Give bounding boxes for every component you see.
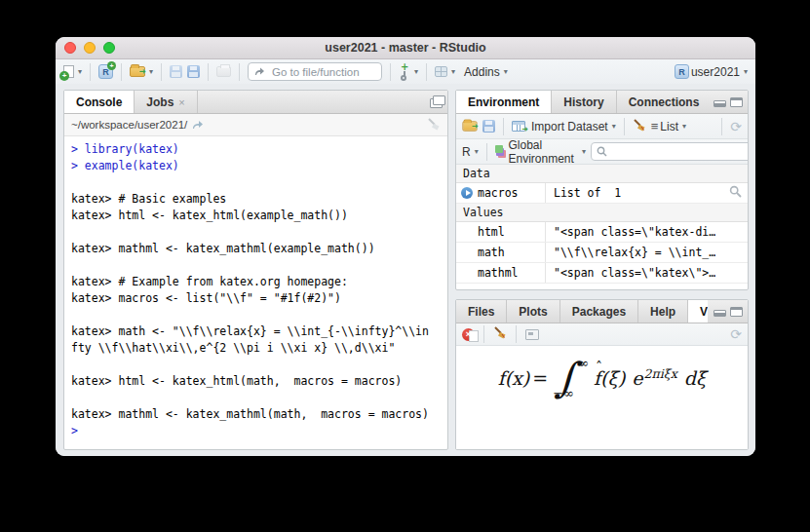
workspace: Console Jobs × ~/workspace/user2021/ bbox=[56, 84, 755, 456]
import-dataset-label: Import Dataset bbox=[531, 120, 608, 133]
tab-jobs[interactable]: Jobs × bbox=[135, 91, 197, 113]
env-row-html[interactable]: html"<span class=\"katex-di… bbox=[456, 222, 748, 243]
viewer-content: f(x) = ∫ ∞ −∞ ˆ f (ξ) e2πiξx dξ bbox=[456, 360, 748, 450]
save-workspace-icon[interactable] bbox=[482, 120, 495, 133]
open-file-button[interactable]: ▾ bbox=[130, 66, 153, 77]
console-line bbox=[71, 174, 441, 191]
integral: ∫ ∞ −∞ bbox=[555, 360, 576, 397]
maximize-pane-icon[interactable] bbox=[730, 97, 743, 107]
environment-search-input[interactable] bbox=[611, 145, 749, 159]
tab-files[interactable]: Files bbox=[456, 300, 507, 323]
version-control-button[interactable]: + ▾ bbox=[399, 64, 418, 80]
formula-equals: = bbox=[532, 367, 548, 389]
console-line bbox=[71, 357, 441, 373]
tab-connections[interactable]: Connections bbox=[617, 91, 713, 113]
object-value: List of 1 bbox=[546, 186, 729, 200]
object-value: "<span class=\"katex\">… bbox=[546, 266, 748, 280]
object-name: mathml bbox=[456, 263, 546, 283]
clear-all-viewer-icon[interactable] bbox=[493, 325, 507, 343]
console-panel: Console Jobs × ~/workspace/user2021/ bbox=[63, 90, 448, 450]
project-icon: R bbox=[675, 64, 689, 79]
console-line: > library(katex) bbox=[71, 141, 441, 158]
save-all-icon bbox=[187, 65, 200, 78]
tab-environment[interactable]: Environment bbox=[456, 91, 552, 113]
minimize-button[interactable] bbox=[84, 42, 96, 54]
refresh-icon[interactable]: ⟳ bbox=[730, 120, 742, 133]
list-view-button[interactable]: ≡ List ▾ bbox=[651, 120, 686, 133]
chevron-down-icon: ▾ bbox=[149, 67, 153, 76]
goto-file-input[interactable] bbox=[270, 65, 375, 79]
new-file-button[interactable]: ▾ bbox=[63, 65, 82, 78]
save-button[interactable] bbox=[170, 65, 182, 78]
divider bbox=[516, 325, 517, 343]
maximize-panel-icon[interactable] bbox=[430, 98, 443, 108]
divider bbox=[486, 143, 487, 161]
console-line bbox=[71, 307, 441, 323]
scope-label: Global Environment bbox=[509, 138, 579, 166]
console-line: katex> # Example from katex.org homepage… bbox=[71, 274, 441, 290]
files-tabbar: FilesPlotsPackagesHelpViewer bbox=[456, 300, 748, 323]
integral-upper-limit: ∞ bbox=[578, 356, 589, 370]
import-dataset-button[interactable]: Import Dataset ▾ bbox=[512, 120, 616, 133]
open-in-new-window-icon[interactable] bbox=[525, 329, 539, 340]
env-row-mathml[interactable]: mathml"<span class=\"katex\">… bbox=[456, 263, 748, 284]
zoom-button[interactable] bbox=[103, 42, 115, 54]
object-name: math bbox=[456, 243, 546, 262]
environment-panel: EnvironmentHistoryConnections Import Dat… bbox=[455, 90, 749, 290]
env-row-macros[interactable]: macros List of 1 bbox=[456, 183, 748, 204]
console-line: fty \\f\\hat\\xi\\,e^{2 \\pi i \\xi x} \… bbox=[71, 340, 441, 357]
view-object-icon[interactable] bbox=[729, 185, 742, 201]
clear-environment-icon[interactable] bbox=[633, 118, 646, 134]
tab-history[interactable]: History bbox=[552, 91, 616, 113]
clear-console-icon[interactable] bbox=[427, 117, 441, 133]
language-selector[interactable]: R ▾ bbox=[462, 145, 479, 159]
clear-viewer-icon[interactable]: × bbox=[462, 328, 475, 341]
addins-label: Addins bbox=[464, 65, 500, 79]
console-output: > library(katex)> example(katex)katex> #… bbox=[64, 136, 447, 444]
workspace-panes-button[interactable]: ▾ bbox=[435, 66, 455, 77]
tab-packages[interactable]: Packages bbox=[560, 300, 638, 323]
chevron-down-icon: ▾ bbox=[78, 67, 82, 76]
console-line: katex> # Basic examples bbox=[71, 191, 441, 208]
goto-arrow-icon bbox=[254, 66, 265, 77]
goto-file-search[interactable] bbox=[248, 62, 382, 81]
maximize-pane-icon[interactable] bbox=[730, 307, 743, 317]
environment-scope-selector[interactable]: Global Environment ▾ bbox=[495, 138, 586, 166]
tab-console[interactable]: Console bbox=[64, 91, 135, 113]
chevron-down-icon: ▾ bbox=[414, 67, 418, 76]
close-icon[interactable]: × bbox=[178, 92, 184, 113]
traffic-lights bbox=[64, 42, 115, 54]
list-view-label: List bbox=[660, 120, 678, 133]
hat-argument: (ξ) bbox=[600, 367, 625, 389]
addins-button[interactable]: Addins ▾ bbox=[464, 65, 508, 79]
window-title: user2021 - master - RStudio bbox=[325, 41, 485, 55]
save-all-button[interactable] bbox=[187, 65, 200, 78]
close-button[interactable] bbox=[64, 42, 76, 54]
divider bbox=[483, 325, 484, 343]
env-value-rows: html"<span class=\"katex-di…math"\\f\\re… bbox=[456, 222, 748, 284]
divider bbox=[161, 63, 162, 81]
env-row-math[interactable]: math"\\f\\relax{x} = \\int_… bbox=[456, 243, 748, 263]
chevron-down-icon: ▾ bbox=[582, 147, 586, 156]
language-label: R bbox=[462, 145, 471, 159]
save-icon bbox=[170, 65, 182, 78]
tab-plots[interactable]: Plots bbox=[507, 300, 559, 323]
new-file-icon bbox=[63, 65, 74, 78]
euler-e: e2πiξx bbox=[632, 366, 676, 389]
goto-directory-icon[interactable] bbox=[192, 120, 204, 130]
section-header-values: Values bbox=[456, 204, 748, 222]
environment-scope-bar: R ▾ Global Environment ▾ bbox=[456, 139, 748, 165]
tab-help[interactable]: Help bbox=[638, 300, 688, 323]
main-toolbar: ▾ R ▾ + bbox=[56, 59, 755, 85]
print-button[interactable] bbox=[216, 66, 231, 77]
new-project-button[interactable]: R bbox=[98, 64, 113, 79]
expand-object-icon[interactable] bbox=[461, 187, 473, 199]
minimize-pane-icon[interactable] bbox=[714, 100, 726, 107]
refresh-viewer-icon[interactable]: ⟳ bbox=[730, 327, 742, 341]
minimize-pane-icon[interactable] bbox=[714, 310, 726, 317]
chevron-down-icon: ▾ bbox=[504, 67, 508, 76]
load-workspace-icon[interactable] bbox=[462, 121, 477, 131]
console-line: katex> macros <- list("\\f" = "#1f(#2)") bbox=[71, 290, 441, 307]
environment-search[interactable] bbox=[591, 142, 749, 161]
project-menu-button[interactable]: R user2021 ▾ bbox=[675, 64, 748, 79]
